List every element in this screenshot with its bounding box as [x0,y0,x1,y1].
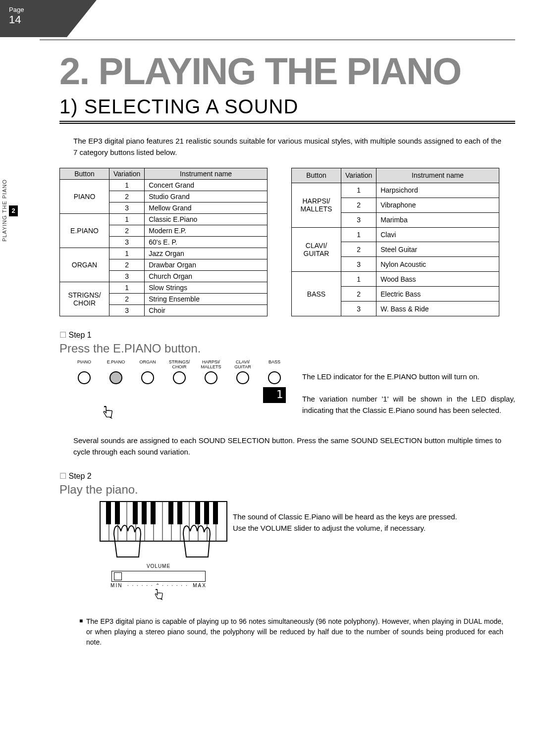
table-instrument-cell: Wood Bass [376,272,499,287]
step1-text-line2: The variation number '1' will be shown i… [302,394,515,416]
table-instrument-cell: Church Organ [145,271,268,282]
table-button-cell: ORGAN [60,248,109,282]
section-title: 1) SELECTING A SOUND [59,96,515,118]
table-instrument-cell: Steel Guitar [376,242,499,257]
sound-category-label: ORGAN [139,359,156,369]
button-led-icon [141,371,154,384]
table-instrument-cell: Nylon Acoustic [376,257,499,272]
top-rule [40,40,515,40]
step2-text-line1: The sound of Classic E.Piano will be hea… [233,511,515,523]
sound-button-row: PIANOE.PIANOORGANSTRINGS/ CHOIRHARPSI/ M… [71,359,287,403]
sound-category-button[interactable]: PIANO [71,359,97,403]
step2-text-line2: Use the VOLUME slider to adjust the volu… [233,523,515,534]
page-content: 2. PLAYING THE PIANO 1) SELECTING A SOUN… [59,50,515,648]
table-button-cell: HARPSI/MALLETS [292,183,341,227]
table-instrument-cell: Choir [145,305,268,316]
table-instrument-cell: Harpsichord [376,183,499,198]
sound-category-button[interactable]: BASS1 [262,359,287,403]
table-variation-cell: 3 [109,271,145,282]
table-instrument-cell: Electric Bass [376,287,499,302]
svg-rect-22 [204,502,209,524]
sound-category-label: BASS [268,359,280,369]
sound-category-button[interactable]: E.PIANO [103,359,129,403]
hand-pointer-icon [100,405,287,421]
table-instrument-cell: Vibraphone [376,198,499,212]
table-instrument-cell: Marimba [376,212,499,227]
svg-rect-17 [142,502,147,524]
keyboard-icon [99,500,218,560]
step1-row: PIANOE.PIANOORGANSTRINGS/ CHOIRHARPSI/ M… [59,357,515,421]
table-variation-cell: 2 [341,198,376,212]
table-instrument-cell: Modern E.P. [145,225,268,237]
table-button-cell: E.PIANO [60,214,109,248]
table-variation-cell: 1 [341,272,376,287]
step1-label: Step 1 [59,330,515,340]
sound-category-label: STRINGS/ CHOIR [169,359,190,369]
table-variation-cell: 2 [341,287,376,302]
sound-category-button[interactable]: CLAVI/ GUITAR [230,359,256,403]
table-variation-cell: 3 [341,302,376,316]
table-variation-cell: 3 [341,212,376,227]
svg-rect-14 [106,502,111,524]
table-instrument-cell: Slow Strings [145,282,268,294]
svg-rect-19 [168,502,173,524]
svg-rect-18 [151,502,156,524]
step1-description: The LED indicator for the E.PIANO button… [302,357,515,421]
table-variation-cell: 3 [109,202,145,214]
svg-rect-23 [213,502,218,524]
button-led-icon [78,371,91,384]
step2-row: VOLUME MIN · · · · · · ⌃ · · · · · · MAX… [59,500,515,603]
table-variation-cell: 3 [109,305,145,316]
table-variation-cell: 3 [109,237,145,248]
sound-category-button[interactable]: HARPSI/ MALLETS [198,359,224,403]
step2-action: Play the piano. [59,483,515,497]
table-instrument-cell: Jazz Organ [145,248,268,259]
chapter-title: 2. PLAYING THE PIANO [59,50,515,93]
volume-scale: MIN · · · · · · ⌃ · · · · · · MAX [99,583,218,588]
button-led-icon [268,371,281,384]
table-variation-cell: 3 [341,257,376,272]
table-instrument-cell: Mellow Grand [145,202,268,214]
table-instrument-cell: Studio Grand [145,191,268,202]
table-instrument-cell: Classic E.Piano [145,214,268,225]
table-variation-cell: 2 [109,191,145,202]
button-led-icon [236,371,249,384]
table-variation-cell: 1 [109,248,145,259]
sound-category-label: CLAVI/ GUITAR [234,359,251,369]
table-instrument-cell: String Ensemble [145,294,268,305]
table-instrument-cell: W. Bass & Ride [376,302,499,316]
sound-category-label: E.PIANO [107,359,125,369]
footnote: The EP3 digital piano is capable of play… [79,616,503,648]
step1-text-line1: The LED indicator for the E.PIANO button… [302,371,515,383]
table-button-cell: PIANO [60,180,109,214]
volume-label: VOLUME [99,563,218,569]
page-number: 14 [9,13,67,26]
svg-rect-20 [177,502,182,524]
volume-slider[interactable] [111,571,206,582]
sound-category-label: HARPSI/ MALLETS [201,359,221,369]
table-variation-cell: 1 [341,183,376,198]
sound-tables: ButtonVariationInstrument namePIANO1Conc… [59,168,515,316]
table-instrument-cell: 60's E. P. [145,237,268,248]
sound-category-button[interactable]: ORGAN [135,359,160,403]
table-button-cell: STRIGNS/CHOIR [60,282,109,316]
sound-category-label: PIANO [77,359,91,369]
volume-slider-thumb[interactable] [114,572,122,580]
svg-rect-21 [195,502,200,524]
step2-label: Step 2 [59,471,515,481]
sound-table-right: ButtonVariationInstrument nameHARPSI/MAL… [291,168,499,316]
table-variation-cell: 2 [109,259,145,271]
svg-rect-15 [115,502,120,524]
mid-paragraph: Several sounds are assigned to each SOUN… [73,435,501,457]
intro-paragraph: The EP3 digital piano features 21 realis… [73,136,501,158]
sound-category-button[interactable]: STRINGS/ CHOIR [166,359,192,403]
side-tab-text: PLAYING THE PIANO [0,158,9,262]
section-underline [59,121,515,124]
volume-control: VOLUME MIN · · · · · · ⌃ · · · · · · MAX [99,563,218,603]
volume-min-label: MIN [110,583,122,588]
table-button-cell: BASS [292,272,341,316]
table-instrument-cell: Clavi [376,227,499,242]
table-variation-cell: 1 [341,227,376,242]
step2-description: The sound of Classic E.Piano will be hea… [233,500,515,603]
hand-pointer-icon [99,588,218,603]
